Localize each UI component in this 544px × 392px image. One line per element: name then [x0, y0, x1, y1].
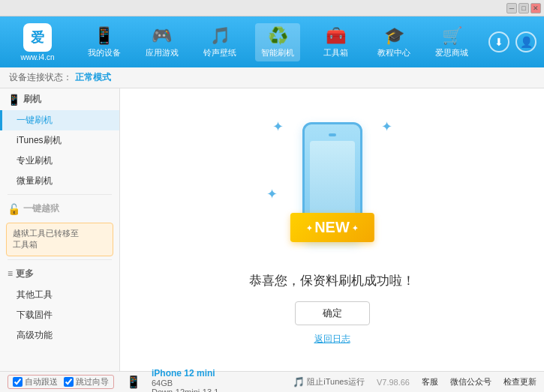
my-device-icon: 📱	[94, 26, 114, 46]
auto-follow-label: 自动跟送	[25, 376, 58, 388]
return-link[interactable]: 返回日志	[314, 333, 350, 346]
sparkle-3: ✦	[266, 186, 278, 202]
pro-flash-label: 专业刷机	[17, 155, 53, 166]
flash-section-label: 刷机	[23, 93, 41, 106]
apps-games-icon: 🎮	[152, 26, 172, 46]
title-bar: ─ □ ✕	[0, 0, 544, 16]
sidebar-item-itunes-flash[interactable]: iTunes刷机	[0, 130, 119, 151]
main-content: 📱 刷机 一键刷机 iTunes刷机 专业刷机 微量刷机 🔓 一键越狱 越狱工具…	[0, 88, 544, 371]
skip-wizard-label: 跳过向导	[76, 376, 109, 388]
other-tools-label: 其他工具	[17, 289, 53, 300]
auto-follow-input[interactable]	[13, 377, 23, 387]
jailbreak-icon: 🔓	[8, 203, 20, 215]
new-ribbon: NEW	[290, 213, 374, 242]
nav-tutorial[interactable]: 🎓 教程中心	[371, 23, 416, 61]
nav-right-buttons: ⬇ 👤	[488, 31, 536, 52]
jailbreak-note: 越狱工具已转移至工具箱	[6, 223, 113, 256]
sidebar-item-other-tools[interactable]: 其他工具	[0, 285, 119, 305]
phone-screen	[310, 141, 355, 216]
nav-apps-games-label: 应用游戏	[146, 47, 179, 58]
bottom-right: 🎵 阻止iTunes运行 V7.98.66 客服 微信公众号 检查更新	[293, 376, 536, 388]
download-button[interactable]: ⬇	[488, 31, 509, 52]
sidebar-item-download-firmware[interactable]: 下载固件	[0, 305, 119, 325]
wallpaper-icon: 🎵	[210, 26, 230, 46]
advanced-label: 高级功能	[17, 330, 53, 340]
toolbox-icon: 🧰	[326, 26, 346, 46]
one-click-label: 一键刷机	[17, 115, 53, 125]
window-controls[interactable]: ─ □ ✕	[506, 3, 541, 13]
logo-area: 爱 www.i4.cn	[8, 23, 68, 61]
close-button[interactable]: ✕	[530, 3, 541, 13]
sidebar-item-pro-flash[interactable]: 专业刷机	[0, 151, 119, 171]
download-firmware-label: 下载固件	[17, 310, 53, 320]
itunes-icon: 🎵	[293, 376, 305, 388]
sidebar-divider-1	[8, 194, 112, 195]
skip-wizard-checkbox[interactable]: 跳过向导	[64, 376, 109, 388]
nav-bar: 📱 我的设备 🎮 应用游戏 🎵 铃声壁纸 ♻️ 智能刷机 🧰 工具箱 🎓 教程中…	[75, 23, 481, 61]
nav-tutorial-label: 教程中心	[377, 47, 410, 58]
status-label: 设备连接状态：	[9, 71, 72, 84]
nav-shop-label: 爱思商城	[435, 47, 468, 58]
flash-section-icon: 📱	[8, 94, 20, 106]
status-bar: 设备连接状态： 正常模式	[0, 67, 544, 88]
nav-wallpaper-label: 铃声壁纸	[203, 47, 236, 58]
header: 爱 www.i4.cn 📱 我的设备 🎮 应用游戏 🎵 铃声壁纸 ♻️ 智能刷机…	[0, 16, 544, 67]
smart-flash-icon: ♻️	[268, 26, 288, 46]
logo-icon: 爱	[23, 23, 52, 52]
user-button[interactable]: 👤	[515, 31, 536, 52]
wechat-link[interactable]: 微信公众号	[450, 376, 491, 388]
sidebar: 📱 刷机 一键刷机 iTunes刷机 专业刷机 微量刷机 🔓 一键越狱 越狱工具…	[0, 88, 120, 371]
bottom-left: 自动跟送 跳过向导 📱 iPhone 12 mini 64GB Down-12m…	[8, 368, 293, 393]
sidebar-item-advanced[interactable]: 高级功能	[0, 325, 119, 346]
more-label: 更多	[16, 268, 34, 280]
status-value: 正常模式	[75, 71, 111, 84]
device-storage: 64GB	[152, 379, 218, 388]
sidebar-item-one-click[interactable]: 一键刷机	[0, 110, 119, 130]
nav-toolbox[interactable]: 🧰 工具箱	[314, 23, 359, 61]
device-system: Down-12mini-13.1	[152, 388, 218, 393]
nav-smart-flash[interactable]: ♻️ 智能刷机	[255, 23, 300, 61]
bottom-bar: 自动跟送 跳过向导 📱 iPhone 12 mini 64GB Down-12m…	[0, 371, 544, 392]
nav-apps-games[interactable]: 🎮 应用游戏	[140, 23, 185, 61]
itunes-status: 🎵 阻止iTunes运行	[293, 376, 365, 388]
nav-my-device[interactable]: 📱 我的设备	[82, 23, 127, 61]
nav-wallpaper[interactable]: 🎵 铃声壁纸	[197, 23, 242, 61]
update-link[interactable]: 检查更新	[503, 376, 536, 388]
tutorial-icon: 🎓	[384, 26, 404, 46]
itunes-flash-label: iTunes刷机	[17, 135, 62, 145]
save-flash-label: 微量刷机	[17, 175, 53, 186]
nav-smart-flash-label: 智能刷机	[261, 47, 294, 58]
sidebar-item-save-flash[interactable]: 微量刷机	[0, 171, 119, 191]
sparkle-2: ✦	[381, 118, 392, 135]
support-link[interactable]: 客服	[422, 376, 438, 388]
device-name: iPhone 12 mini	[152, 368, 218, 379]
skip-wizard-input[interactable]	[64, 377, 74, 387]
sidebar-section-flash[interactable]: 📱 刷机	[0, 88, 119, 110]
sparkle-1: ✦	[272, 118, 284, 135]
version-text: V7.98.66	[377, 378, 410, 387]
nav-my-device-label: 我的设备	[88, 47, 121, 58]
itunes-status-text: 阻止iTunes运行	[307, 376, 365, 388]
device-info: iPhone 12 mini 64GB Down-12mini-13.1	[152, 368, 218, 393]
sidebar-section-jailbreak[interactable]: 🔓 一键越狱	[0, 198, 119, 220]
sidebar-section-more[interactable]: ≡ 更多	[0, 263, 119, 285]
logo-url: www.i4.cn	[20, 53, 54, 61]
confirm-button[interactable]: 确定	[295, 301, 370, 325]
success-text: 恭喜您，保资料刷机成功啦！	[249, 272, 415, 289]
success-illustration: ✦ ✦ ✦ NEW	[265, 115, 400, 257]
maximize-button[interactable]: □	[518, 3, 529, 13]
device-phone-icon: 📱	[126, 375, 141, 389]
nav-toolbox-label: 工具箱	[323, 47, 348, 58]
auto-follow-checkbox[interactable]: 自动跟送	[13, 376, 58, 388]
more-icon: ≡	[8, 268, 13, 279]
shop-icon: 🛒	[442, 26, 462, 46]
minimize-button[interactable]: ─	[506, 3, 517, 13]
sidebar-divider-2	[8, 259, 112, 260]
jailbreak-label: 一键越狱	[23, 202, 59, 215]
nav-shop[interactable]: 🛒 爱思商城	[429, 23, 474, 61]
content-panel: ✦ ✦ ✦ NEW 恭喜您，保资料刷机成功啦！ 确定 返回日志	[120, 88, 544, 371]
